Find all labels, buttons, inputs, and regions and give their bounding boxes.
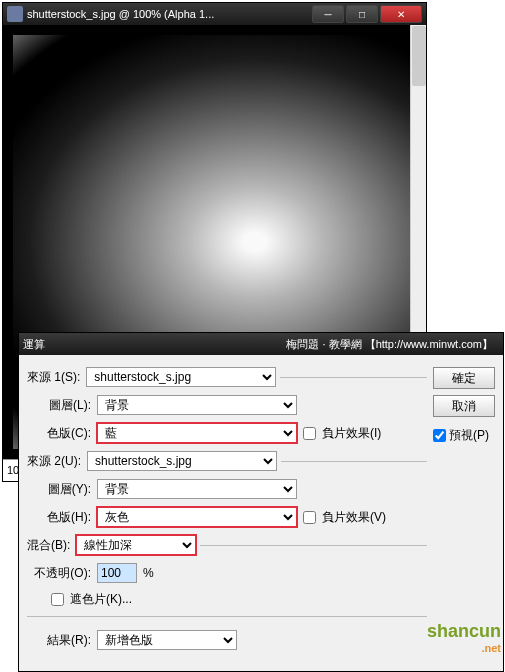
opacity-input[interactable] <box>97 563 137 583</box>
image-window-title: shutterstock_s.jpg @ 100% (Alpha 1... <box>27 8 312 20</box>
source1-layer-label: 圖層(L): <box>27 397 91 414</box>
minimize-button[interactable]: ─ <box>312 5 344 23</box>
scroll-thumb[interactable] <box>412 26 426 86</box>
source1-channel-select[interactable]: 藍 <box>97 423 297 443</box>
source2-invert-checkbox[interactable] <box>303 511 316 524</box>
source1-invert-checkbox[interactable] <box>303 427 316 440</box>
close-button[interactable]: ✕ <box>380 5 422 23</box>
result-select[interactable]: 新增色版 <box>97 630 237 650</box>
source2-file-select[interactable]: shutterstock_s.jpg <box>87 451 277 471</box>
opacity-label: 不透明(O): <box>27 565 91 582</box>
maximize-button[interactable]: □ <box>346 5 378 23</box>
source1-label: 來源 1(S): <box>27 369 80 386</box>
dialog-titlebar[interactable]: 運算 梅問題 · 教學網 【http://www.minwt.com】 <box>19 333 503 355</box>
source1-channel-label: 色版(C): <box>27 425 91 442</box>
preview-checkbox[interactable] <box>433 429 446 442</box>
opacity-suffix: % <box>143 566 154 580</box>
source2-channel-label: 色版(H): <box>27 509 91 526</box>
mask-label: 遮色片(K)... <box>70 591 132 608</box>
preview-label: 預視(P) <box>449 427 489 444</box>
source2-invert-label: 負片效果(V) <box>322 509 386 526</box>
app-icon <box>7 6 23 22</box>
source2-layer-label: 圖層(Y): <box>27 481 91 498</box>
source2-channel-select[interactable]: 灰色 <box>97 507 297 527</box>
cancel-button[interactable]: 取消 <box>433 395 495 417</box>
result-label: 結果(R): <box>27 632 91 649</box>
mask-checkbox[interactable] <box>51 593 64 606</box>
source1-file-select[interactable]: shutterstock_s.jpg <box>86 367 276 387</box>
ok-button[interactable]: 確定 <box>433 367 495 389</box>
preview-row[interactable]: 預視(P) <box>433 427 495 444</box>
source1-invert-label: 負片效果(I) <box>322 425 381 442</box>
source2-label: 來源 2(U): <box>27 453 81 470</box>
source2-layer-select[interactable]: 背景 <box>97 479 297 499</box>
image-window-titlebar[interactable]: shutterstock_s.jpg @ 100% (Alpha 1... ─ … <box>3 3 426 25</box>
dialog-title: 運算 <box>23 337 286 352</box>
dialog-subtitle: 梅問題 · 教學網 【http://www.minwt.com】 <box>286 337 493 352</box>
watermark: shancun .net <box>427 621 501 654</box>
source1-layer-select[interactable]: 背景 <box>97 395 297 415</box>
blend-mode-select[interactable]: 線性加深 <box>76 535 196 555</box>
blend-label: 混合(B): <box>27 537 70 554</box>
